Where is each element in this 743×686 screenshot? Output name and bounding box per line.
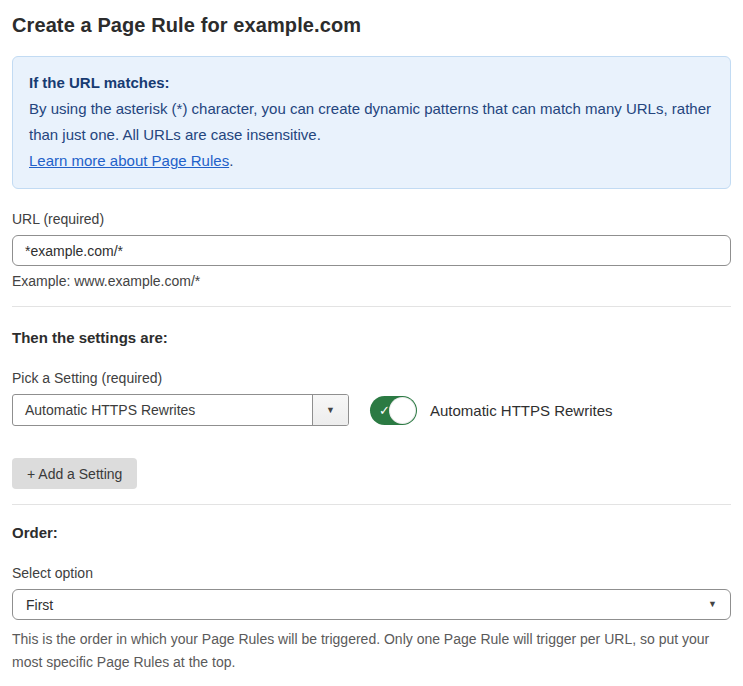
url-label: URL (required) xyxy=(12,211,731,227)
setting-select-value: Automatic HTTPS Rewrites xyxy=(13,395,312,425)
setting-select-dropdown-button[interactable]: ▼ xyxy=(312,395,348,425)
chevron-down-icon: ▼ xyxy=(326,406,335,415)
setting-select[interactable]: Automatic HTTPS Rewrites ▼ xyxy=(12,394,349,426)
order-select-value: First xyxy=(26,597,708,613)
chevron-down-icon: ▼ xyxy=(708,600,717,609)
order-section-heading: Order: xyxy=(12,524,731,541)
toggle-knob xyxy=(389,397,416,424)
https-rewrites-toggle[interactable]: ✓ xyxy=(370,396,417,425)
create-page-rule-panel: Create a Page Rule for example.com If th… xyxy=(0,0,743,686)
url-match-info-box: If the URL matches: By using the asteris… xyxy=(12,56,731,189)
url-input[interactable] xyxy=(12,235,731,266)
info-box-link-line: Learn more about Page Rules. xyxy=(29,148,714,174)
select-option-label: Select option xyxy=(12,565,731,581)
info-box-heading: If the URL matches: xyxy=(29,70,714,96)
settings-section-heading: Then the settings are: xyxy=(12,329,731,346)
order-select[interactable]: First ▼ xyxy=(12,589,731,620)
learn-more-link[interactable]: Learn more about Page Rules xyxy=(29,152,229,169)
url-example-hint: Example: www.example.com/* xyxy=(12,273,731,289)
toggle-label: Automatic HTTPS Rewrites xyxy=(430,402,613,419)
page-title: Create a Page Rule for example.com xyxy=(12,14,731,37)
divider xyxy=(12,306,731,307)
order-help-text: This is the order in which your Page Rul… xyxy=(12,628,731,674)
add-setting-button[interactable]: + Add a Setting xyxy=(12,458,137,489)
info-box-body: By using the asterisk (*) character, you… xyxy=(29,96,714,148)
divider xyxy=(12,504,731,505)
setting-row: Automatic HTTPS Rewrites ▼ ✓ Automatic H… xyxy=(12,394,731,426)
pick-setting-label: Pick a Setting (required) xyxy=(12,370,731,386)
link-suffix: . xyxy=(229,152,233,169)
